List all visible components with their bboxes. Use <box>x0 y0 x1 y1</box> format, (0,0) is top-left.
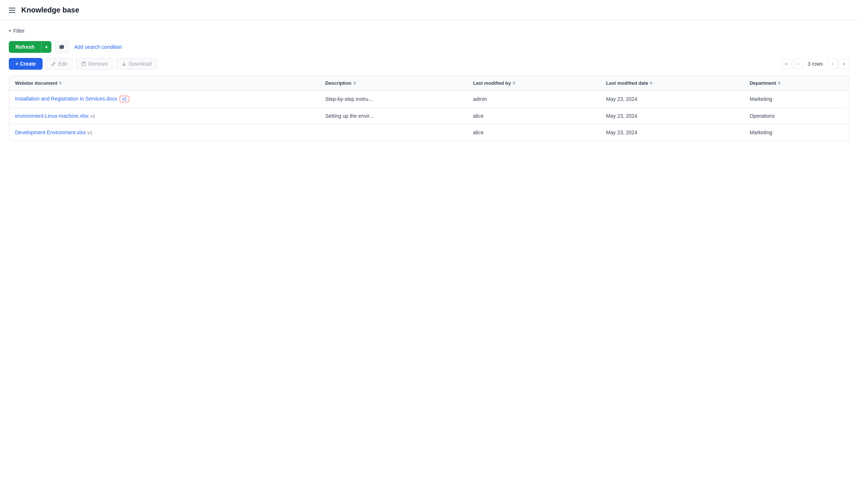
download-icon <box>121 61 127 66</box>
cell-modified-date: May 23, 2024 <box>600 124 744 141</box>
refresh-button[interactable]: Refresh <box>9 41 41 53</box>
page-header: Knowledge base <box>0 0 858 21</box>
col-header-modified-by: Last modified by ⇅ <box>467 76 600 91</box>
refresh-button-group: Refresh ▾ <box>9 41 51 53</box>
download-button[interactable]: Download <box>116 58 157 70</box>
cell-description: Step-by-step instru... <box>319 91 467 108</box>
data-table: Webdav document ⇅ Description ⇅ Last mod… <box>9 76 849 141</box>
remove-button[interactable]: Remove <box>76 58 113 70</box>
page-title: Knowledge base <box>21 6 79 14</box>
prev-page-button[interactable]: ‹ <box>793 59 803 69</box>
settings-button[interactable] <box>55 41 69 53</box>
chevron-down-icon: ▾ <box>9 28 11 33</box>
trash-icon <box>81 61 86 66</box>
pagination-info: 3 rows <box>805 61 826 67</box>
action-bar-left: + Create Edit Remove Download <box>9 58 157 70</box>
sort-icon: ⇅ <box>650 81 652 85</box>
toolbar: Refresh ▾ Add search condition <box>9 41 849 53</box>
cell-description: Setting up the envir... <box>319 108 467 124</box>
first-page-button[interactable]: « <box>781 59 792 69</box>
cell-webdav: Development Environment.xlsxv1 <box>9 124 319 141</box>
edit-button[interactable]: Edit <box>46 58 73 70</box>
version-badge-highlighted: v2 <box>120 96 130 102</box>
cell-webdav: Installation and Registration in Service… <box>9 91 319 108</box>
create-button[interactable]: + Create <box>9 58 43 70</box>
filter-toggle[interactable]: ▾ Filter <box>9 28 849 34</box>
action-bar: + Create Edit Remove Download <box>9 58 849 70</box>
col-header-description: Description ⇅ <box>319 76 467 91</box>
refresh-dropdown-button[interactable]: ▾ <box>41 41 51 53</box>
cell-description <box>319 124 467 141</box>
version-tag: v1 <box>90 113 95 119</box>
version-tag: v1 <box>87 130 92 135</box>
cell-modified-by: admin <box>467 91 600 108</box>
cell-webdav: environment-Linux-machine.xlsxv1 <box>9 108 319 124</box>
pagination: « ‹ 3 rows › » <box>781 59 849 69</box>
document-link[interactable]: environment-Linux-machine.xlsx <box>15 113 89 119</box>
cell-modified-date: May 23, 2024 <box>600 91 744 108</box>
sort-icon: ⇅ <box>353 81 356 85</box>
cell-department: Marketing <box>744 91 849 108</box>
filter-section: ▾ Filter <box>9 28 849 34</box>
sort-icon: ⇅ <box>778 81 781 85</box>
document-link[interactable]: Installation and Registration in Service… <box>15 96 117 102</box>
cell-modified-by: alice <box>467 124 600 141</box>
document-link[interactable]: Development Environment.xlsx <box>15 129 86 135</box>
svg-rect-0 <box>82 63 86 66</box>
table-row: Development Environment.xlsxv1aliceMay 2… <box>9 124 849 141</box>
next-page-button[interactable]: › <box>827 59 837 69</box>
sort-icon: ⇅ <box>59 81 62 85</box>
col-header-department: Department ⇅ <box>744 76 849 91</box>
cell-modified-by: alice <box>467 108 600 124</box>
table-row: environment-Linux-machine.xlsxv1Setting … <box>9 108 849 124</box>
cell-department: Marketing <box>744 124 849 141</box>
col-header-modified-date: Last modified date ⇅ <box>600 76 744 91</box>
edit-icon <box>51 61 56 66</box>
main-content: ▾ Filter Refresh ▾ Add search condition … <box>0 21 858 148</box>
gear-icon <box>59 44 65 50</box>
chevron-down-icon: ▾ <box>45 44 48 50</box>
sort-icon: ⇅ <box>512 81 515 85</box>
table-row: Installation and Registration in Service… <box>9 91 849 108</box>
table-header-row: Webdav document ⇅ Description ⇅ Last mod… <box>9 76 849 91</box>
last-page-button[interactable]: » <box>839 59 849 69</box>
filter-label: Filter <box>13 28 25 34</box>
menu-icon[interactable] <box>7 6 17 14</box>
cell-department: Operations <box>744 108 849 124</box>
cell-modified-date: May 23, 2024 <box>600 108 744 124</box>
col-header-webdav: Webdav document ⇅ <box>9 76 319 91</box>
add-search-condition-button[interactable]: Add search condition <box>73 42 124 52</box>
